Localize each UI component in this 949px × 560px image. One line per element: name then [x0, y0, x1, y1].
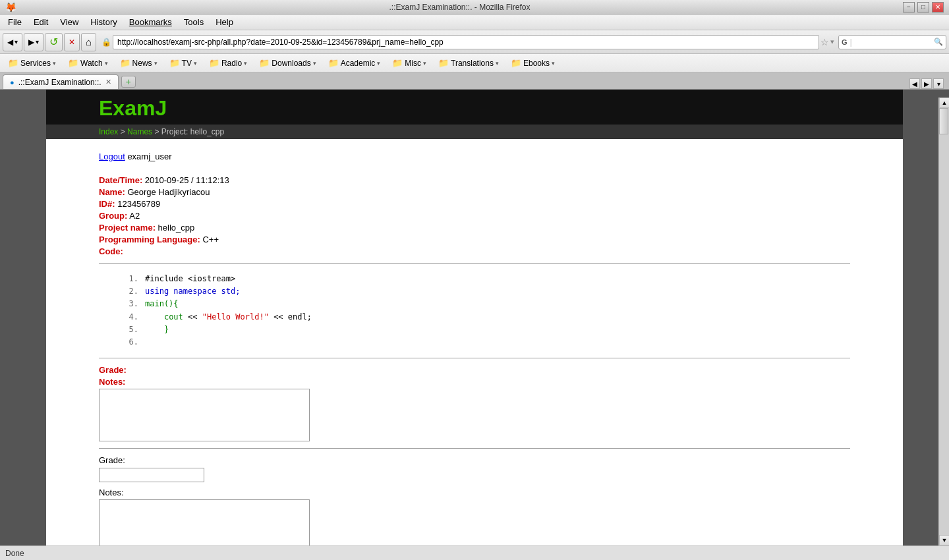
bookmark-radio[interactable]: 📁 Radio ▾	[204, 57, 252, 69]
address-input[interactable]	[113, 35, 819, 49]
close-button[interactable]: ✕	[932, 2, 944, 13]
bookmark-misc-label: Misc	[405, 59, 421, 68]
datetime-row: Date/Time: 2010-09-25 / 11:12:13	[99, 175, 850, 185]
chevron-down-icon: ▾	[423, 60, 426, 67]
menu-history[interactable]: History	[85, 16, 122, 28]
bookmark-watch[interactable]: 📁 Watch ▾	[63, 57, 113, 69]
page-wrapper: ExamJ Index > Names > Project: hello_cpp…	[0, 90, 949, 560]
logout-link[interactable]: Logout	[99, 152, 125, 161]
bookmark-downloads[interactable]: 📁 Downloads ▾	[254, 57, 321, 69]
group-row: Group: A2	[99, 211, 850, 221]
scroll-thumb[interactable]	[939, 108, 948, 134]
back-button[interactable]: ◀ ▾	[3, 33, 22, 51]
folder-icon: 📁	[392, 58, 403, 68]
home-button[interactable]: ⌂	[81, 33, 96, 51]
breadcrumb-names-link[interactable]: Names	[127, 127, 152, 136]
chevron-down-icon: ▾	[496, 60, 499, 67]
bookmark-tv[interactable]: 📁 TV ▾	[164, 57, 202, 69]
menu-help[interactable]: Help	[210, 16, 239, 28]
bookmark-news[interactable]: 📁 News ▾	[115, 57, 163, 69]
lock-icon: 🔒	[101, 38, 111, 47]
prog-lang-value: C++	[202, 235, 219, 244]
notes-bottom-textarea[interactable]	[99, 499, 310, 552]
menu-bookmarks[interactable]: Bookmarks	[124, 16, 177, 28]
grade-input[interactable]	[99, 468, 204, 482]
code-content: #include <iostream>	[145, 273, 235, 285]
chevron-down-icon: ▾	[194, 60, 197, 67]
forward-icon: ▶	[28, 38, 34, 47]
toolbar: ◀ ▾ ▶ ▾ ↺ ✕ ⌂ 🔒 ☆ ▾ G | 🔍	[0, 30, 949, 54]
chevron-down-icon: ▾	[53, 60, 56, 67]
group-value: A2	[129, 211, 140, 221]
tabbar: ● .::ExamJ Examination::. ✕ + ◀ ▶ ▾	[0, 72, 949, 90]
bookmark-translations[interactable]: 📁 Translations ▾	[433, 57, 504, 69]
minimize-button[interactable]: −	[903, 2, 915, 13]
dropdown-arrow-icon[interactable]: ▾	[830, 38, 834, 46]
scrollbar-right: ▲ ▼	[938, 98, 949, 546]
chevron-down-icon: ▾	[244, 60, 247, 67]
folder-icon: 📁	[438, 58, 449, 68]
separator-top	[99, 263, 850, 264]
tab-scroll-left[interactable]: ◀	[909, 78, 920, 89]
chevron-down-icon: ▾	[552, 60, 555, 67]
menu-edit[interactable]: Edit	[28, 16, 53, 28]
bookmark-radio-label: Radio	[221, 59, 242, 68]
stop-button[interactable]: ✕	[64, 33, 80, 51]
bookmark-academic[interactable]: 📁 Academic ▾	[323, 57, 386, 69]
scroll-up-button[interactable]: ▲	[939, 98, 949, 108]
statusbar-text: Done	[5, 549, 24, 558]
breadcrumb-index-link[interactable]: Index	[99, 127, 118, 136]
project-name-value: hello_cpp	[158, 223, 195, 233]
notes-top-row: Notes:	[99, 377, 850, 387]
menu-tools[interactable]: Tools	[179, 16, 209, 28]
line-number: 1.	[125, 273, 138, 285]
id-row: ID#: 123456789	[99, 199, 850, 209]
menu-file[interactable]: File	[3, 16, 27, 28]
separator-middle	[99, 358, 850, 358]
tab-close-button[interactable]: ✕	[105, 78, 111, 86]
titlebar-controls: − □ ✕	[903, 2, 944, 13]
bookmark-misc[interactable]: 📁 Misc ▾	[387, 57, 432, 69]
grade-top-row: Grade:	[99, 365, 850, 375]
tab-scroll-right[interactable]: ▶	[921, 78, 932, 89]
active-tab[interactable]: ● .::ExamJ Examination::. ✕	[3, 74, 119, 89]
code-content: }	[145, 323, 169, 336]
scroll-down-button[interactable]: ▼	[939, 535, 949, 546]
code-block: 1. #include <iostream> 2. using namespac…	[99, 270, 850, 351]
bookmark-star-icon[interactable]: ☆	[820, 37, 829, 47]
maximize-button[interactable]: □	[917, 2, 929, 13]
bookmark-academic-label: Academic	[341, 59, 376, 68]
search-input[interactable]	[852, 38, 931, 47]
chevron-down-icon: ▾	[377, 60, 380, 67]
line-number: 2.	[125, 285, 138, 298]
bookmark-news-label: News	[132, 59, 152, 68]
bookmark-ebooks[interactable]: 📁 Ebooks ▾	[505, 57, 560, 69]
code-line-2: 2. using namespace std;	[125, 285, 850, 298]
bookmark-services[interactable]: 📁 Services ▾	[3, 57, 61, 69]
notes-bottom-label: Notes:	[99, 488, 124, 497]
chevron-down-icon: ▾	[105, 60, 108, 67]
reload-button[interactable]: ↺	[45, 33, 63, 51]
menu-view[interactable]: View	[55, 16, 84, 28]
back-arrow: ▾	[14, 38, 18, 45]
tab-dropdown-button[interactable]: ▾	[933, 78, 944, 89]
scroll-track	[939, 108, 949, 535]
folder-icon: 📁	[511, 58, 521, 68]
line-number: 4.	[125, 311, 138, 323]
notes-top-textarea[interactable]	[99, 389, 310, 441]
logout-row: Logout examj_user	[99, 152, 850, 161]
id-label: ID#:	[99, 199, 115, 209]
datetime-value: 2010-09-25 / 11:12:13	[145, 175, 229, 185]
reload-icon: ↺	[49, 36, 58, 48]
forward-button[interactable]: ▶ ▾	[24, 33, 43, 51]
folder-icon: 📁	[68, 58, 78, 68]
username-display: examj_user	[127, 152, 171, 161]
group-label: Group:	[99, 211, 127, 221]
breadcrumb-separator: >	[121, 127, 127, 136]
tab-label: .::ExamJ Examination::.	[18, 78, 101, 87]
search-icon[interactable]: 🔍	[931, 38, 946, 46]
code-line-5: 5. }	[125, 323, 850, 336]
folder-icon: 📁	[328, 58, 339, 68]
code-content: using namespace std;	[145, 285, 241, 298]
new-tab-button[interactable]: +	[121, 76, 136, 88]
